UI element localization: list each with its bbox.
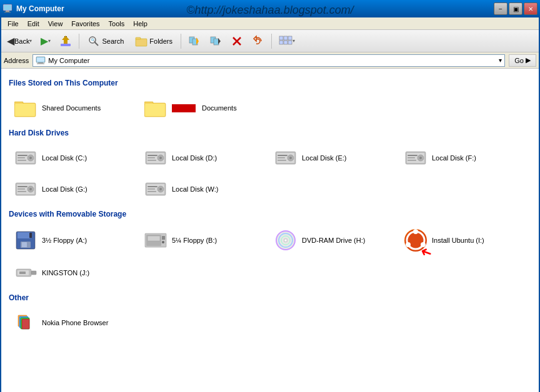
address-label: Address [4,57,29,64]
svg-rect-56 [278,155,288,156]
delete-button[interactable] [228,32,246,50]
address-dropdown-arrow[interactable]: ▾ [499,57,502,64]
h-drive-label: DVD-RAM Drive (H:) [302,237,365,244]
b-drive-label: 5¼ Floppy (B:) [172,237,217,244]
address-input[interactable]: My Computer ▾ [32,54,505,67]
window-icon [2,4,12,14]
svg-rect-108 [22,319,29,329]
forward-icon: ▶ [41,35,48,47]
hdd-c-icon [14,148,37,168]
svg-point-41 [29,157,32,159]
svg-rect-22 [279,36,283,40]
toolbar-sep-3 [271,34,272,49]
shared-documents-item[interactable]: Shared Documents [11,95,136,121]
svg-point-98 [413,229,418,234]
svg-rect-34 [15,104,35,116]
svg-rect-7 [61,44,71,46]
svg-rect-26 [284,41,288,44]
menu-view[interactable]: View [44,19,67,29]
svg-rect-3 [4,12,11,12]
search-icon: 🔍 [88,35,100,47]
j-drive-label: KINGSTON (J:) [42,269,89,277]
go-button[interactable]: Go ▶ [509,54,536,67]
h-drive-item[interactable]: DVD-RAM Drive (H:) [271,226,396,255]
up-button[interactable] [56,32,75,50]
svg-rect-84 [29,233,32,238]
view-button[interactable]: ▾ [276,32,298,50]
svg-rect-78 [148,189,155,190]
hdd-f-icon [404,148,427,168]
c-drive-item[interactable]: Local Disk (C:) [11,145,136,171]
views-icon [279,35,292,47]
svg-rect-83 [22,242,27,247]
svg-rect-103 [31,271,36,275]
back-button[interactable]: ◀ Back ▾ [4,32,35,50]
search-button[interactable]: 🔍 Search [83,32,128,50]
w-drive-label: Local Disk (W:) [172,185,218,193]
menu-favorites[interactable]: Favorites [68,19,103,29]
svg-rect-18 [214,39,219,45]
b-drive-item[interactable]: 5¼ Floppy (B:) [141,226,266,255]
svg-rect-37 [145,104,165,116]
address-bar: Address My Computer ▾ Go ▶ [1,52,539,69]
w-drive-item[interactable]: Local Disk (W:) [141,176,266,202]
title-bar: My Computer − ▣ ✕ [0,0,540,17]
svg-rect-81 [18,232,30,238]
go-arrow-icon: ▶ [526,56,531,64]
back-icon: ◀ [7,35,14,47]
c-drive-label: Local Disk (C:) [42,154,87,162]
forward-button[interactable]: ▶ ▾ [38,32,54,50]
move-button[interactable] [185,32,204,50]
back-dropdown-icon: ▾ [29,38,32,44]
i-drive-item[interactable]: Install Ubuntu (I:) ➜ [401,226,526,255]
undo-button[interactable] [249,32,268,50]
svg-rect-2 [6,11,9,12]
svg-rect-49 [148,155,158,156]
copy-icon [209,35,222,47]
svg-rect-1 [4,5,11,10]
a-drive-item[interactable]: 3½ Floppy (A:) [11,226,136,255]
section-header-other: Other [9,293,531,303]
d-drive-item[interactable]: Local Disk (D:) [141,145,266,171]
svg-rect-13 [136,37,141,39]
menu-tools[interactable]: Tools [105,19,129,29]
svg-rect-12 [136,39,147,46]
user-documents-label: Documents [202,104,237,112]
search-label: Search [102,37,124,45]
j-drive-item[interactable]: KINGSTON (J:) [11,260,136,286]
a-drive-label: 3½ Floppy (A:) [42,237,87,244]
nokia-label: Nokia Phone Browser [42,319,108,326]
svg-rect-72 [18,191,26,192]
nokia-item[interactable]: Nokia Phone Browser [11,310,136,336]
folders-button[interactable]: Folders [131,32,177,50]
svg-rect-88 [162,236,165,240]
g-drive-item[interactable]: Local Disk (G:) [11,176,136,202]
f-drive-item[interactable]: Local Disk (F:) [401,145,526,171]
files-grid: Shared Documents Documents [9,95,531,121]
svg-point-95 [285,240,287,242]
e-drive-item[interactable]: Local Disk (E:) [271,145,396,171]
svg-rect-63 [408,155,418,156]
close-button[interactable]: ✕ [524,2,538,15]
user-documents-item[interactable]: Documents [141,95,266,121]
folder-redbar-icon [144,98,167,118]
back-label: Back [14,37,29,45]
svg-rect-25 [279,41,283,44]
svg-rect-27 [288,41,292,44]
view-dropdown-icon: ▾ [292,38,295,44]
svg-marker-5 [62,36,69,40]
svg-rect-24 [288,36,292,40]
hdd-d-icon [144,148,167,168]
svg-point-48 [159,157,162,159]
move-icon [188,35,201,47]
address-computer-icon [36,56,46,65]
svg-text:🔍: 🔍 [91,37,96,43]
section-header-hdd: Hard Disk Drives [9,129,531,139]
restore-button[interactable]: ▣ [509,2,522,15]
menu-edit[interactable]: Edit [24,19,43,29]
menu-help[interactable]: Help [129,19,151,29]
svg-rect-29 [37,57,44,62]
menu-file[interactable]: File [4,19,22,29]
i-drive-label: Install Ubuntu (I:) [432,237,484,244]
copy-button[interactable] [206,32,225,50]
